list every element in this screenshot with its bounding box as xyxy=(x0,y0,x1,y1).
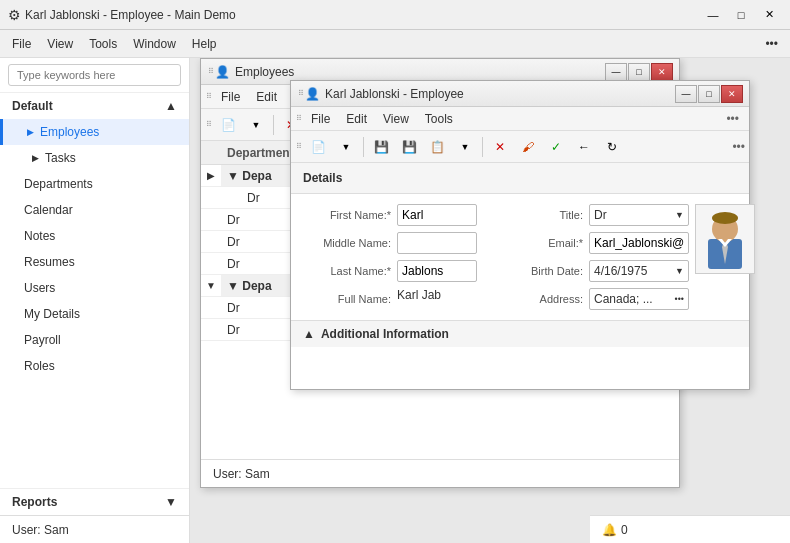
emp-menu-file[interactable]: File xyxy=(213,87,248,107)
form-right-column: Title: Dr ▼ Email:* B xyxy=(493,204,755,310)
toolbar-separator-1 xyxy=(273,115,274,135)
address-label: Address: xyxy=(493,293,583,305)
birthdate-dropdown-icon: ▼ xyxy=(675,266,684,276)
additional-collapse-icon[interactable]: ▲ xyxy=(303,327,315,341)
close-button[interactable]: ✕ xyxy=(756,6,782,24)
reports-expand-icon[interactable]: ▼ xyxy=(165,495,177,509)
menu-more-icon[interactable]: ••• xyxy=(757,33,786,55)
detail-save-button[interactable]: 💾 xyxy=(368,135,394,159)
detail-menu-edit[interactable]: Edit xyxy=(338,109,375,129)
first-name-label: First Name:* xyxy=(301,209,391,221)
detail-new-button[interactable]: 📄 xyxy=(305,135,331,159)
detail-close-button[interactable]: ✕ xyxy=(721,85,743,103)
row-expand-icon[interactable]: ▶ xyxy=(201,170,221,181)
menu-help[interactable]: Help xyxy=(184,33,225,55)
last-name-input[interactable] xyxy=(397,260,477,282)
detail-menu-tools[interactable]: Tools xyxy=(417,109,461,129)
menu-window[interactable]: Window xyxy=(125,33,184,55)
avatar xyxy=(695,204,755,274)
title-select[interactable]: Dr ▼ xyxy=(589,204,689,226)
detail-paste-dropdown-button[interactable]: ▼ xyxy=(452,135,478,159)
menu-tools[interactable]: Tools xyxy=(81,33,125,55)
detail-check-button[interactable]: ✓ xyxy=(543,135,569,159)
last-name-label: Last Name:* xyxy=(301,265,391,277)
first-name-row: First Name:* xyxy=(301,204,477,226)
svg-point-3 xyxy=(712,212,738,224)
employees-minimize-button[interactable]: — xyxy=(605,63,627,81)
email-input[interactable] xyxy=(589,232,689,254)
search-input[interactable] xyxy=(8,64,181,86)
middle-name-row: Middle Name: xyxy=(301,232,477,254)
content-area: ⠿ 👤 Employees — □ ✕ ⠿ File Edit View Too… xyxy=(190,58,790,543)
sidebar-item-calendar[interactable]: Calendar xyxy=(0,197,189,223)
title-dropdown-icon: ▼ xyxy=(675,210,684,220)
sidebar-item-payroll[interactable]: Payroll xyxy=(0,327,189,353)
detail-toolbar: ⠿ 📄 ▼ 💾 💾 📋 ▼ ✕ 🖌 ✓ ← ↻ ••• xyxy=(291,131,749,163)
sidebar-item-notes[interactable]: Notes xyxy=(0,223,189,249)
collapse-icon[interactable]: ▲ xyxy=(165,99,177,113)
detail-window-icon: 👤 xyxy=(305,87,320,101)
detail-new-dropdown-button[interactable]: ▼ xyxy=(333,135,359,159)
sidebar-item-tasks[interactable]: ▶ Tasks xyxy=(0,145,189,171)
detail-cancel-button[interactable]: ✕ xyxy=(487,135,513,159)
sidebar-item-roles[interactable]: Roles xyxy=(0,353,189,379)
additional-section-label: Additional Information xyxy=(321,327,449,341)
title-field-group: Title: Dr ▼ Email:* B xyxy=(493,204,689,310)
detail-toolbar-sep-2 xyxy=(482,137,483,157)
detail-toolbar-drag-icon: ⠿ xyxy=(295,135,303,159)
first-name-input[interactable] xyxy=(397,204,477,226)
email-label: Email:* xyxy=(493,237,583,249)
sidebar-item-resumes[interactable]: Resumes xyxy=(0,249,189,275)
row-expand-icon[interactable]: ▼ xyxy=(201,280,221,291)
birth-date-select[interactable]: 4/16/1975 ▼ xyxy=(589,260,689,282)
menu-file[interactable]: File xyxy=(4,33,39,55)
status-bell-icon: 🔔 xyxy=(602,523,617,537)
detail-menu-file[interactable]: File xyxy=(303,109,338,129)
sidebar-reports-section: Reports ▼ xyxy=(0,488,189,515)
detail-toolbar-sep-1 xyxy=(363,137,364,157)
sidebar-item-mydetails[interactable]: My Details xyxy=(0,301,189,327)
detail-paint-button[interactable]: 🖌 xyxy=(515,135,541,159)
detail-menu-view[interactable]: View xyxy=(375,109,417,129)
sidebar-item-employees[interactable]: ▶ Employees xyxy=(0,119,189,145)
app-title-bar: ⚙ Karl Jablonski - Employee - Main Demo … xyxy=(0,0,790,30)
detail-minimize-button[interactable]: — xyxy=(675,85,697,103)
detail-toolbar-more-icon[interactable]: ••• xyxy=(732,140,745,154)
employees-close-button[interactable]: ✕ xyxy=(651,63,673,81)
maximize-button[interactable]: □ xyxy=(728,6,754,24)
sidebar-default-section: Default ▲ xyxy=(0,93,189,119)
detail-save-all-button[interactable]: 💾 xyxy=(396,135,422,159)
address-more-icon[interactable]: ••• xyxy=(675,294,684,304)
address-row: Address: Canada; ... ••• xyxy=(493,288,689,310)
detail-menu-dots-icon[interactable]: ••• xyxy=(720,109,745,129)
birth-date-label: Birth Date: xyxy=(493,265,583,277)
main-layout: Default ▲ ▶ Employees ▶ Tasks Department… xyxy=(0,58,790,543)
sidebar-user-label: User: Sam xyxy=(12,523,69,537)
detail-menu-drag-icon: ⠿ xyxy=(295,107,303,131)
middle-name-label: Middle Name: xyxy=(301,237,391,249)
sidebar-item-departments[interactable]: Departments xyxy=(0,171,189,197)
minimize-button[interactable]: — xyxy=(700,6,726,24)
middle-name-input[interactable] xyxy=(397,232,477,254)
detail-window-controls: — □ ✕ xyxy=(675,85,743,103)
menu-view[interactable]: View xyxy=(39,33,81,55)
new-document-button[interactable]: 📄 xyxy=(215,113,241,137)
address-field[interactable]: Canada; ... ••• xyxy=(589,288,689,310)
employees-window-icon: 👤 xyxy=(215,65,230,79)
detail-window-title: Karl Jablonski - Employee xyxy=(325,87,675,101)
sidebar-status-bar: User: Sam xyxy=(0,515,189,543)
title-bar-controls: — □ ✕ xyxy=(700,6,782,24)
title-avatar-row: Title: Dr ▼ Email:* B xyxy=(493,204,755,310)
employees-window-title: Employees xyxy=(235,65,605,79)
detail-maximize-button[interactable]: □ xyxy=(698,85,720,103)
employees-maximize-button[interactable]: □ xyxy=(628,63,650,81)
detail-paste-button[interactable]: 📋 xyxy=(424,135,450,159)
new-dropdown-button[interactable]: ▼ xyxy=(243,113,269,137)
full-name-label: Full Name: xyxy=(301,293,391,305)
detail-title-bar: ⠿ 👤 Karl Jablonski - Employee — □ ✕ xyxy=(291,81,749,107)
detail-back-button[interactable]: ← xyxy=(571,135,597,159)
detail-reload-button[interactable]: ↻ xyxy=(599,135,625,159)
global-status-bar: 🔔 0 xyxy=(590,515,790,543)
sidebar-item-users[interactable]: Users xyxy=(0,275,189,301)
emp-menu-edit[interactable]: Edit xyxy=(248,87,285,107)
